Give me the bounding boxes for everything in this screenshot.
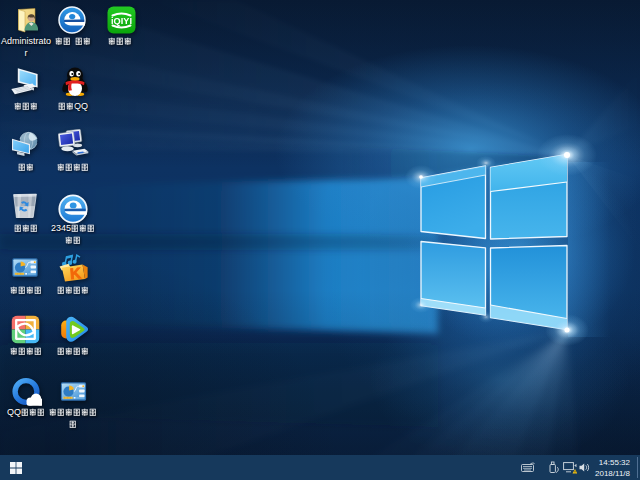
svg-text:K: K: [69, 264, 81, 282]
svg-text:iQIYI: iQIYI: [111, 16, 132, 26]
